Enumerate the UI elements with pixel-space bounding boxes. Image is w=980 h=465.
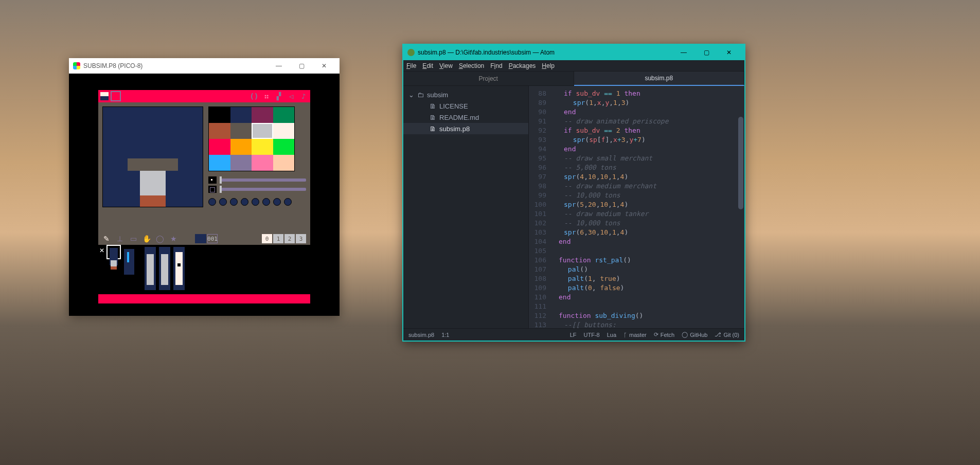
pico8-window: SUBSIM.P8 (PICO-8) — ▢ ✕ () ⠶ ▞ ◁ ♪: [69, 58, 340, 316]
pico8-titlebar[interactable]: SUBSIM.P8 (PICO-8) — ▢ ✕: [69, 58, 340, 74]
tab-subsim[interactable]: subsim.p8: [574, 71, 745, 86]
status-grammar[interactable]: Lua: [607, 332, 616, 338]
pan-tool[interactable]: ✋: [142, 235, 151, 243]
atom-titlebar[interactable]: subsim.p8 — D:\Git\fab.industries\subsim…: [403, 45, 744, 60]
branch-icon: ᚴ: [623, 332, 627, 338]
sprite-tab-3[interactable]: 3: [296, 234, 306, 243]
menu-selection[interactable]: Selection: [459, 62, 484, 69]
sprite-large-icon[interactable]: [112, 92, 120, 100]
tab-project[interactable]: Project: [403, 71, 574, 86]
atom-window: subsim.p8 — D:\Git\fab.industries\subsim…: [402, 44, 745, 342]
status-line-ending[interactable]: LF: [570, 332, 577, 338]
music-editor-icon[interactable]: ♪: [299, 92, 308, 100]
tree-file-license[interactable]: 🗎 LICENSE: [403, 100, 528, 112]
sprite-small-icon[interactable]: [100, 92, 109, 100]
menu-view[interactable]: View: [439, 62, 453, 69]
menu-find[interactable]: Find: [490, 62, 502, 69]
atom-status-bar: subsim.p8 1:1 LF UTF-8 Lua ᚴ master ⟳ Fe…: [403, 328, 744, 341]
zoom-slider[interactable]: [208, 186, 306, 193]
pico8-title: SUBSIM.P8 (PICO-8): [83, 62, 142, 69]
stamp-tool[interactable]: ⊥: [116, 235, 124, 243]
sprite-index-display: 001: [207, 234, 218, 243]
menu-help[interactable]: Help: [542, 62, 555, 69]
sfx-editor-icon[interactable]: ◁: [287, 92, 296, 100]
sprite-canvas[interactable]: [102, 106, 203, 207]
sprite-flags[interactable]: [208, 198, 306, 206]
pico8-close-button[interactable]: ✕: [313, 58, 335, 74]
editor-scrollbar[interactable]: [738, 117, 743, 209]
status-fetch[interactable]: ⟳ Fetch: [654, 331, 675, 338]
pico8-main-panel: [98, 102, 310, 233]
file-icon: 🗎: [429, 102, 436, 110]
pico8-app-icon: [73, 62, 80, 69]
select-tool[interactable]: ▭: [129, 235, 137, 243]
code-content[interactable]: if sub_dv == 1 then spr(1,x,y,1,3)end-- …: [554, 89, 734, 328]
sprite-editor-icon[interactable]: ⠶: [262, 92, 271, 100]
sprite-tab-0[interactable]: 0: [262, 234, 272, 243]
tree-file-readme[interactable]: 🗎 README.md: [403, 112, 528, 123]
atom-close-button[interactable]: ✕: [718, 45, 740, 60]
status-branch[interactable]: ᚴ master: [623, 332, 647, 338]
pico8-mode-bar: () ⠶ ▞ ◁ ♪: [98, 90, 310, 102]
atom-tab-bar: Project subsim.p8: [403, 71, 744, 86]
file-icon: 🗎: [429, 114, 436, 121]
status-git[interactable]: ⎇ Git (0): [715, 331, 739, 338]
status-github[interactable]: ◯ GitHub: [682, 331, 707, 338]
tree-root[interactable]: ⌄ 🗀 subsim: [403, 89, 528, 100]
tree-file-subsim[interactable]: 🗎 subsim.p8: [403, 123, 528, 134]
pico8-status-bar: [98, 294, 310, 303]
status-file[interactable]: subsim.p8: [408, 332, 434, 338]
fill-tool[interactable]: ◯: [156, 235, 164, 243]
atom-maximize-button[interactable]: ▢: [695, 45, 718, 60]
atom-menubar: File Edit View Selection Find Packages H…: [403, 60, 744, 71]
atom-minimize-button[interactable]: —: [672, 45, 695, 60]
sprite-tab-group[interactable]: 0 1 2 3: [262, 234, 306, 243]
line-gutter: 8889909192939495969798991001011021031041…: [529, 86, 550, 328]
git-icon: ⎇: [715, 331, 721, 338]
shape-tool[interactable]: ★: [169, 235, 177, 243]
draw-tool[interactable]: ✎: [102, 235, 111, 243]
menu-packages[interactable]: Packages: [509, 62, 536, 69]
pico8-maximize-button[interactable]: ▢: [290, 58, 313, 74]
code-editor[interactable]: 8889909192939495969798991001011021031041…: [529, 86, 744, 328]
menu-file[interactable]: File: [406, 62, 416, 69]
sprite-preview: [195, 234, 206, 243]
menu-edit[interactable]: Edit: [422, 62, 433, 69]
pico8-tool-row: ✎ ⊥ ▭ ✋ ◯ ★ 001 0 1 2 3: [98, 233, 310, 245]
project-tree: ⌄ 🗀 subsim 🗎 LICENSE 🗎 README.md 🗎 subsi…: [403, 86, 529, 328]
atom-title: subsim.p8 — D:\Git\fab.industries\subsim…: [418, 49, 555, 56]
sync-icon: ⟳: [654, 331, 658, 338]
folder-icon: 🗀: [417, 91, 424, 99]
pico8-client: () ⠶ ▞ ◁ ♪: [69, 74, 340, 316]
color-palette[interactable]: [208, 106, 295, 171]
brush-size-slider[interactable]: [208, 176, 306, 184]
sprite-tab-1[interactable]: 1: [273, 234, 283, 243]
github-icon: ◯: [682, 331, 688, 338]
sprite-sheet[interactable]: ✕: [98, 245, 310, 292]
map-editor-icon[interactable]: ▞: [274, 92, 283, 100]
status-encoding[interactable]: UTF-8: [584, 332, 600, 338]
file-icon: 🗎: [429, 125, 436, 133]
sprite-tab-2[interactable]: 2: [284, 234, 295, 243]
chevron-down-icon: ⌄: [408, 91, 414, 99]
code-editor-icon[interactable]: (): [250, 92, 259, 100]
atom-app-icon: [407, 49, 415, 56]
pico8-minimize-button[interactable]: —: [268, 58, 290, 74]
status-cursor[interactable]: 1:1: [441, 332, 449, 338]
